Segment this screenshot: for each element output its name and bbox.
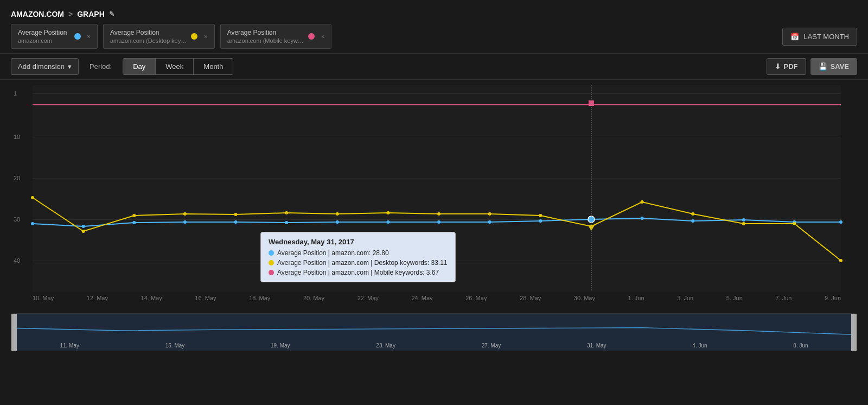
metric-sub-1: amazon.com (Desktop key… [110, 37, 187, 44]
last-month-button[interactable]: 📅 LAST MONTH [782, 28, 857, 46]
x-label-14: 7. Jun [775, 295, 792, 301]
svg-point-21 [285, 211, 288, 214]
metric-label-1: Average Position [110, 29, 187, 36]
metric-chip-2: Average Position amazon.com (Mobile keyw… [220, 24, 332, 49]
x-label-12: 3. Jun [677, 295, 693, 301]
yellow-highlight-dot [588, 225, 595, 231]
tooltip-label-0: Average Position | amazon.com: 28.80 [277, 249, 389, 257]
svg-point-25 [488, 212, 492, 216]
svg-point-1 [82, 225, 85, 228]
last-month-label: LAST MONTH [803, 33, 849, 41]
tooltip-dot-2 [269, 270, 274, 275]
svg-point-3 [183, 220, 187, 224]
svg-point-2 [132, 221, 136, 224]
period-week-button[interactable]: Week [156, 59, 194, 74]
svg-point-29 [742, 222, 745, 225]
svg-point-8 [437, 220, 441, 224]
svg-point-16 [31, 196, 34, 199]
period-buttons: Day Week Month [123, 58, 233, 75]
svg-point-18 [132, 214, 136, 217]
metric-dot-0 [74, 33, 81, 40]
metric-close-0[interactable]: × [87, 33, 91, 40]
metric-label-2: Average Position [227, 29, 304, 36]
navigator-svg [17, 316, 851, 340]
tooltip-dot-1 [269, 260, 274, 265]
breadcrumb-site: AMAZON.COM [11, 10, 64, 18]
svg-point-0 [31, 222, 34, 225]
x-label-10: 30. May [574, 295, 595, 301]
toolbar: Add dimension ▾ Period: Day Week Month ⬇… [0, 53, 868, 80]
metric-dot-2 [308, 33, 315, 40]
pdf-button[interactable]: ⬇ PDF [767, 58, 806, 75]
navigator-x-labels: 11. May 15. May 19. May 23. May 27. May … [11, 343, 857, 349]
chevron-down-icon: ▾ [68, 62, 72, 71]
svg-point-24 [437, 212, 441, 216]
tooltip-item-2: Average Position | amazon.com | Mobile k… [269, 269, 448, 276]
x-label-9: 28. May [520, 295, 541, 301]
svg-point-31 [839, 259, 843, 262]
chart-container: Position Analytics Data 1 10 20 30 40 [0, 80, 868, 313]
period-month-button[interactable]: Month [194, 59, 233, 74]
tooltip-item-0: Average Position | amazon.com: 28.80 [269, 249, 448, 257]
x-label-15: 9. Jun [825, 295, 841, 301]
metric-sub-0: amazon.com [18, 37, 70, 44]
metric-close-1[interactable]: × [204, 33, 207, 40]
navigator-handle-right[interactable] [851, 314, 857, 351]
breadcrumb-separator: > [68, 10, 73, 18]
metric-chip-1: Average Position amazon.com (Desktop key… [103, 24, 215, 49]
nav-x-label-7: 8. Jun [793, 343, 808, 349]
app-container: AMAZON.COM > GRAPH ✎ Average Position am… [0, 0, 868, 351]
svg-point-12 [691, 219, 694, 223]
edit-icon[interactable]: ✎ [109, 10, 114, 18]
x-label-2: 14. May [141, 295, 162, 301]
chart-area[interactable]: 1 10 20 30 40 [33, 85, 841, 292]
add-dimension-button[interactable]: Add dimension ▾ [11, 58, 79, 75]
svg-point-22 [336, 212, 339, 216]
metric-label-0: Average Position [18, 29, 70, 36]
tooltip-label-2: Average Position | amazon.com | Mobile k… [277, 269, 439, 276]
metric-sub-2: amazon.com (Mobile keyw… [227, 37, 304, 44]
save-icon: 💾 [819, 62, 827, 71]
calendar-icon: 📅 [790, 33, 799, 41]
svg-point-7 [386, 220, 390, 224]
nav-x-label-1: 15. May [165, 343, 185, 349]
tooltip-item-1: Average Position | amazon.com | Desktop … [269, 259, 448, 267]
x-axis: 10. May 12. May 14. May 16. May 18. May … [33, 292, 841, 301]
tooltip-dot-0 [269, 250, 274, 256]
breadcrumb-page: GRAPH [77, 10, 105, 18]
header: AMAZON.COM > GRAPH ✎ [0, 0, 868, 24]
tooltip-date: Wednesday, May 31, 2017 [269, 238, 448, 246]
x-label-8: 26. May [465, 295, 487, 301]
x-label-4: 18. May [249, 295, 270, 301]
svg-point-26 [539, 214, 542, 217]
x-label-5: 20. May [303, 295, 324, 301]
nav-x-label-3: 23. May [376, 343, 395, 349]
navigator-handle-left[interactable] [11, 314, 17, 351]
svg-point-10 [539, 219, 542, 223]
x-label-0: 10. May [33, 295, 54, 301]
metric-close-2[interactable]: × [321, 33, 324, 40]
svg-point-17 [82, 230, 85, 233]
svg-point-19 [183, 212, 187, 216]
svg-point-13 [742, 218, 745, 222]
period-day-button[interactable]: Day [123, 59, 156, 74]
x-label-13: 5. Jun [726, 295, 743, 301]
nav-x-label-2: 19. May [271, 343, 290, 349]
metric-chip-0: Average Position amazon.com × [11, 24, 98, 49]
save-label: SAVE [831, 62, 849, 71]
save-button[interactable]: 💾 SAVE [810, 58, 857, 75]
tooltip: Wednesday, May 31, 2017 Average Position… [260, 232, 456, 282]
nav-x-label-6: 4. Jun [692, 343, 707, 349]
svg-point-27 [641, 200, 644, 204]
period-label: Period: [90, 62, 112, 71]
x-label-7: 24. May [411, 295, 432, 301]
svg-point-11 [641, 217, 644, 220]
x-label-1: 12. May [87, 295, 108, 301]
navigator[interactable]: 11. May 15. May 19. May 23. May 27. May … [11, 313, 857, 351]
metric-dot-1 [191, 33, 197, 40]
nav-x-label-4: 27. May [482, 343, 501, 349]
svg-point-30 [793, 222, 796, 225]
pdf-label: PDF [784, 62, 798, 71]
svg-point-15 [839, 220, 843, 224]
svg-point-9 [488, 220, 492, 224]
